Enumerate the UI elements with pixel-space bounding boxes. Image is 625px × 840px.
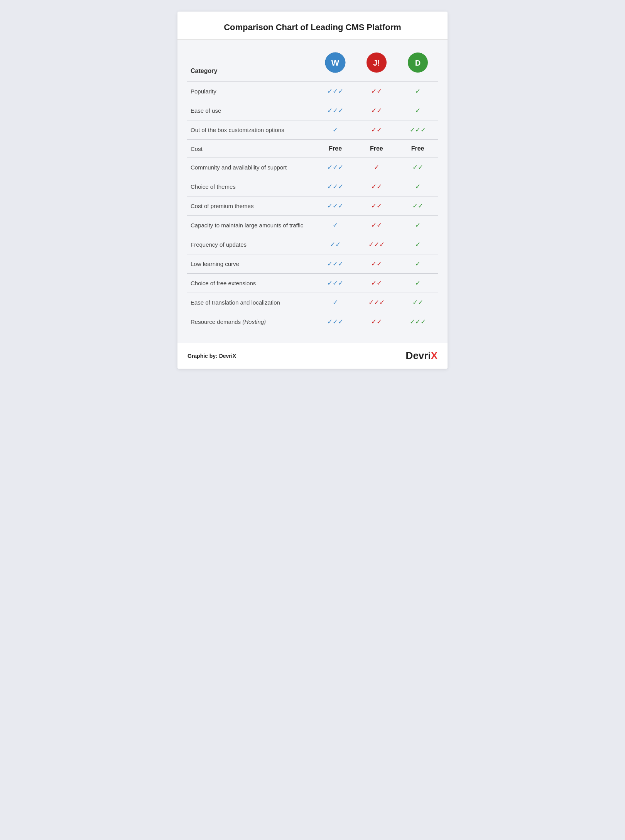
checkmark: ✓ — [327, 107, 333, 114]
joomla-header: J! — [356, 47, 397, 82]
svg-text:J!: J! — [373, 59, 380, 67]
devrix-x: X — [431, 350, 438, 361]
joomla-cell: ✓✓ — [356, 177, 397, 196]
wp-cell: ✓✓✓ — [315, 82, 356, 101]
joomla-cell: ✓✓✓ — [356, 293, 397, 312]
drupal-cell: ✓ — [397, 82, 438, 101]
checkmark: ✓ — [371, 279, 377, 287]
category-text: Choice of themes — [191, 183, 236, 190]
checkmark: ✓ — [415, 318, 421, 325]
category-cell: Community and availability of support — [187, 158, 315, 177]
checkmark: ✓ — [415, 107, 421, 114]
checkmark: ✓ — [415, 241, 421, 248]
checkmark: ✓ — [377, 183, 382, 190]
checkmark: ✓ — [371, 126, 377, 134]
category-cell: Low learning curve — [187, 254, 315, 274]
drupal-cell: ✓ — [397, 274, 438, 293]
category-cell: Capacity to maintain large amounts of tr… — [187, 216, 315, 235]
category-header: Category — [187, 47, 315, 82]
drupal-cell: ✓✓✓ — [397, 312, 438, 332]
checkmark: ✓ — [421, 318, 426, 325]
table-row: Out of the box customization options✓✓✓✓… — [187, 120, 438, 140]
checkmark: ✓ — [412, 299, 418, 306]
checkmark: ✓ — [327, 202, 333, 210]
checkmark: ✓ — [415, 222, 421, 229]
category-text: Popularity — [191, 88, 216, 95]
checkmark: ✓ — [333, 299, 338, 306]
category-cell: Cost — [187, 140, 315, 158]
checkmark: ✓ — [371, 318, 377, 325]
drupal-cell: ✓ — [397, 254, 438, 274]
checkmark: ✓ — [421, 126, 426, 134]
checkmark: ✓ — [374, 299, 379, 306]
page-wrapper: Comparison Chart of Leading CMS Platform… — [177, 12, 448, 369]
checkmark: ✓ — [338, 88, 343, 95]
wp-cell: ✓✓ — [315, 235, 356, 254]
checkmark: ✓ — [415, 260, 421, 268]
footer-graphic-text: Graphic by: DevriX — [188, 353, 236, 359]
svg-text:W: W — [331, 58, 340, 68]
joomla-cell: ✓✓ — [356, 216, 397, 235]
table-section: Category W J! — [177, 40, 448, 343]
page-header: Comparison Chart of Leading CMS Platform — [177, 12, 448, 40]
joomla-cell: ✓ — [356, 158, 397, 177]
checkmark: ✓ — [415, 88, 421, 95]
checkmark: ✓ — [330, 241, 335, 248]
wordpress-header: W — [315, 47, 356, 82]
category-cell: Popularity — [187, 82, 315, 101]
checkmark: ✓ — [327, 88, 333, 95]
table-row: Cost of premium themes✓✓✓✓✓✓✓ — [187, 196, 438, 216]
table-row: Capacity to maintain large amounts of tr… — [187, 216, 438, 235]
svg-text:D: D — [415, 59, 420, 67]
category-text: Cost of premium themes — [191, 203, 253, 209]
checkmark: ✓ — [338, 202, 343, 210]
checkmark: ✓ — [415, 126, 421, 134]
table-row: CostFreeFreeFree — [187, 140, 438, 158]
joomla-cell: ✓✓ — [356, 274, 397, 293]
category-text: Choice of free extensions — [191, 280, 256, 286]
category-text: Capacity to maintain large amounts of tr… — [191, 222, 303, 229]
checkmark: ✓ — [412, 164, 418, 171]
wp-cell: ✓✓✓ — [315, 158, 356, 177]
joomla-cell: Free — [356, 140, 397, 158]
checkmark: ✓ — [412, 202, 418, 210]
checkmark: ✓ — [377, 126, 382, 134]
table-row: Ease of translation and localization✓✓✓✓… — [187, 293, 438, 312]
free-label: Free — [370, 145, 383, 152]
checkmark: ✓ — [418, 164, 423, 171]
page-title: Comparison Chart of Leading CMS Platform — [185, 22, 440, 32]
joomla-cell: ✓✓ — [356, 254, 397, 274]
table-row: Community and availability of support✓✓✓… — [187, 158, 438, 177]
wp-cell: ✓✓✓ — [315, 196, 356, 216]
checkmark: ✓ — [371, 260, 377, 268]
category-text: Ease of translation and localization — [191, 299, 280, 306]
category-text: Ease of use — [191, 107, 221, 114]
checkmark: ✓ — [418, 202, 423, 210]
checkmark: ✓ — [415, 279, 421, 287]
checkmark: ✓ — [379, 299, 385, 306]
joomla-cell: ✓✓ — [356, 82, 397, 101]
checkmark: ✓ — [418, 299, 423, 306]
category-cell: Ease of translation and localization — [187, 293, 315, 312]
checkmark: ✓ — [410, 126, 415, 134]
wp-cell: ✓ — [315, 293, 356, 312]
table-row: Choice of themes✓✓✓✓✓✓ — [187, 177, 438, 196]
checkmark: ✓ — [371, 183, 377, 190]
graphic-by-label: Graphic by: — [188, 353, 218, 359]
checkmark: ✓ — [333, 279, 338, 287]
checkmark: ✓ — [371, 107, 377, 114]
checkmark: ✓ — [333, 164, 338, 171]
checkmark: ✓ — [327, 164, 333, 171]
checkmark: ✓ — [333, 318, 338, 325]
joomla-icon: J! — [366, 52, 387, 73]
checkmark: ✓ — [327, 279, 333, 287]
joomla-cell: ✓✓ — [356, 101, 397, 120]
wp-cell: ✓✓✓ — [315, 177, 356, 196]
category-text: Out of the box customization options — [191, 127, 284, 133]
drupal-cell: ✓ — [397, 101, 438, 120]
drupal-cell: ✓✓ — [397, 293, 438, 312]
checkmark: ✓ — [333, 222, 338, 229]
checkmark: ✓ — [333, 126, 338, 134]
wp-cell: ✓ — [315, 216, 356, 235]
comparison-table: Category W J! — [187, 47, 438, 331]
